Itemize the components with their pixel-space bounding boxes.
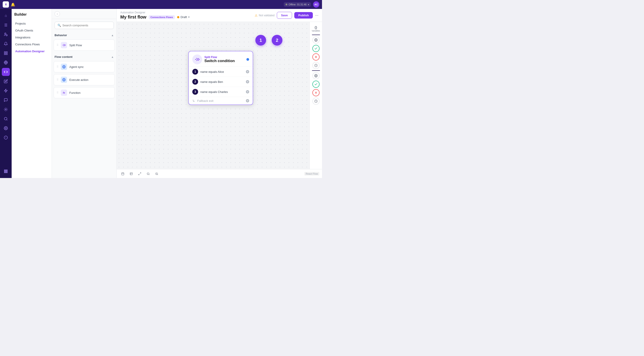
zoom-in-button[interactable] bbox=[154, 171, 160, 177]
right-panel-x-icon[interactable] bbox=[312, 53, 320, 60]
fit-view-button[interactable] bbox=[136, 171, 143, 177]
condition-3-text: name equals Charles bbox=[200, 90, 244, 94]
split-flow-card-header: Split Flow Switch condition bbox=[189, 51, 253, 67]
fallback-row[interactable]: ↳ Fallback exit bbox=[189, 97, 253, 105]
draft-status-dot bbox=[177, 16, 179, 18]
svg-line-54 bbox=[158, 174, 158, 175]
panel-divider-2 bbox=[312, 70, 320, 71]
search-input[interactable] bbox=[62, 24, 111, 27]
status-chevron-icon[interactable]: ▾ bbox=[188, 16, 190, 18]
behavior-section-title: Behavior bbox=[54, 33, 67, 37]
nav-dashboard-icon[interactable] bbox=[2, 49, 10, 57]
flow-content-section-header[interactable]: Flow content ▲ bbox=[52, 53, 116, 60]
split-flow-icon bbox=[61, 42, 67, 48]
svg-rect-16 bbox=[4, 170, 5, 171]
builder-item-oauth[interactable]: OAuth Clients bbox=[14, 27, 49, 34]
nav-settings-icon[interactable] bbox=[2, 124, 10, 132]
flow-content-section-title: Flow content bbox=[54, 55, 72, 58]
right-panel-timer-2-icon[interactable] bbox=[312, 98, 320, 105]
not-validated-status: ⚠ Not validated bbox=[255, 14, 274, 17]
builder-item-automation[interactable]: Automation Designer bbox=[14, 48, 49, 55]
nav-chat-icon[interactable] bbox=[2, 96, 10, 104]
right-panel-globe-2-icon[interactable] bbox=[312, 72, 320, 79]
drag-handle-icon: ⠿ bbox=[56, 65, 58, 68]
split-flow-title: Switch condition bbox=[204, 59, 244, 63]
builder-item-connections[interactable]: Connections Flows bbox=[14, 41, 49, 48]
avatar[interactable]: AC bbox=[313, 1, 319, 7]
nav-automation-icon[interactable] bbox=[2, 87, 10, 95]
builder-item-integrations[interactable]: Integrations bbox=[14, 34, 49, 41]
status-dropdown-icon[interactable]: ▾ bbox=[308, 3, 309, 6]
right-panel-check-icon[interactable] bbox=[312, 45, 320, 52]
builder-item-projects[interactable]: Projects bbox=[14, 20, 49, 27]
behavior-section-header[interactable]: Behavior ▲ bbox=[52, 32, 116, 39]
save-button[interactable]: Save bbox=[277, 12, 292, 19]
nav-home-icon[interactable]: ⌂ bbox=[2, 12, 10, 20]
svg-point-10 bbox=[4, 117, 7, 120]
canvas-topbar: Automation Designer My first flow Connec… bbox=[117, 9, 322, 22]
condition-1-connector bbox=[246, 70, 249, 73]
top-bar: it 🔔 Offline 01:31:46 ▾ AC bbox=[0, 0, 322, 9]
svg-rect-3 bbox=[6, 52, 8, 53]
split-flow-component[interactable]: ⠿ Split Flow bbox=[54, 39, 115, 51]
execute-action-component[interactable]: ⠿ Execute action bbox=[54, 74, 115, 85]
nav-ai-icon[interactable] bbox=[2, 105, 10, 113]
condition-2-connector bbox=[246, 80, 249, 83]
connections-flows-badge[interactable]: Connections Flows bbox=[149, 15, 175, 19]
zoom-out-button[interactable] bbox=[145, 171, 152, 177]
function-label: Function bbox=[69, 91, 80, 94]
app-logo[interactable]: it bbox=[3, 1, 9, 7]
split-flow-card[interactable]: Split Flow Switch condition 1 name equal… bbox=[188, 51, 253, 105]
nav-globe-icon[interactable] bbox=[2, 58, 10, 67]
split-flow-status-dot bbox=[246, 58, 249, 61]
nav-projects-icon[interactable]: ☰ bbox=[2, 21, 10, 29]
sidebar-nav: ⌂ ☰ bbox=[0, 9, 12, 178]
node-1-circle[interactable]: 1 bbox=[255, 35, 266, 45]
variables-panel-item[interactable]: {} Variables bbox=[311, 24, 321, 33]
right-panel-globe-icon[interactable] bbox=[312, 36, 320, 43]
svg-point-9 bbox=[5, 109, 6, 110]
condition-row-3[interactable]: 3 name equals Charles bbox=[189, 87, 253, 97]
fallback-connector bbox=[246, 99, 249, 102]
collapse-button[interactable]: ‹ bbox=[54, 11, 60, 16]
app-layout: ⌂ ☰ bbox=[0, 9, 322, 178]
status-text: Offline bbox=[289, 3, 296, 6]
nav-edit-icon[interactable] bbox=[2, 77, 10, 85]
condition-row-2[interactable]: 2 name equals Ben bbox=[189, 77, 253, 87]
react-flow-badge: React Flow bbox=[304, 172, 319, 176]
node-2-circle[interactable]: 2 bbox=[272, 35, 282, 45]
right-panel-check-2-icon[interactable] bbox=[312, 81, 320, 88]
agent-sync-component[interactable]: ⠿ Agent sync bbox=[54, 61, 115, 72]
svg-rect-17 bbox=[6, 170, 6, 171]
components-panel: ‹ 🔍 Behavior ▲ ⠿ Split Flow Flow content… bbox=[52, 9, 117, 178]
drag-handle-icon: ⠿ bbox=[56, 78, 58, 81]
status-text: Draft bbox=[181, 15, 187, 19]
nav-users-icon[interactable] bbox=[2, 30, 10, 38]
nav-search-icon[interactable] bbox=[2, 115, 10, 123]
svg-rect-18 bbox=[7, 170, 8, 171]
search-box: 🔍 bbox=[54, 22, 114, 29]
svg-rect-45 bbox=[130, 173, 132, 175]
offline-dot-icon bbox=[286, 3, 287, 5]
layout-tool-button[interactable] bbox=[128, 171, 134, 177]
function-component[interactable]: ⠿ fx Function bbox=[54, 87, 115, 98]
fallback-arrow-icon: ↳ bbox=[192, 99, 195, 103]
calendar-tool-button[interactable] bbox=[120, 171, 126, 177]
nav-info-icon[interactable] bbox=[2, 134, 10, 142]
nav-grid-icon[interactable] bbox=[2, 167, 10, 175]
components-header: ‹ bbox=[52, 9, 116, 19]
right-panel-timer-icon[interactable] bbox=[312, 62, 320, 69]
drag-handle-icon: ⠿ bbox=[56, 91, 58, 94]
right-panel-x-2-icon[interactable] bbox=[312, 89, 320, 96]
condition-1-num: 1 bbox=[192, 69, 198, 75]
condition-row-1[interactable]: 1 name equals Alice bbox=[189, 67, 253, 77]
bell-icon[interactable]: 🔔 bbox=[11, 2, 15, 7]
publish-button[interactable]: Publish bbox=[294, 12, 313, 18]
svg-marker-8 bbox=[4, 89, 8, 92]
nav-notifications-icon[interactable] bbox=[2, 40, 10, 48]
nav-code-icon[interactable] bbox=[2, 68, 10, 76]
execute-action-icon bbox=[61, 77, 67, 83]
more-options-button[interactable]: ··· bbox=[315, 13, 318, 18]
canvas[interactable]: 1 2 Split Flow Switch condition bbox=[117, 22, 322, 169]
svg-point-1 bbox=[6, 35, 8, 36]
